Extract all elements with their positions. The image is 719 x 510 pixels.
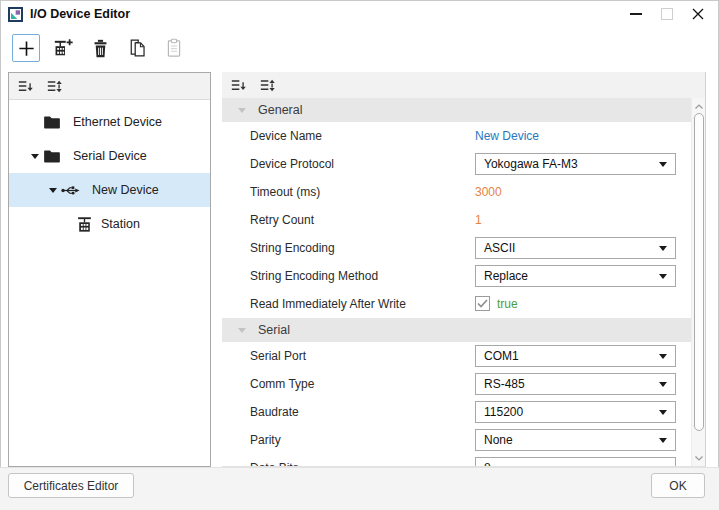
collapse-all-button[interactable] xyxy=(16,77,35,96)
row-retry-count: Retry Count 1 xyxy=(222,206,691,234)
section-collapse-icon xyxy=(238,108,246,113)
tree-panel-toolbar xyxy=(9,73,210,100)
add-device-button[interactable] xyxy=(12,34,40,62)
expand-all-button[interactable] xyxy=(258,76,277,95)
string-encoding-dropdown[interactable]: ASCII xyxy=(475,237,676,259)
chevron-down-icon xyxy=(659,466,667,467)
row-data-bits-clipped: Data Bits 8 xyxy=(222,454,691,466)
close-button[interactable] xyxy=(682,0,713,28)
tree-item-ethernet-device[interactable]: Ethernet Device xyxy=(9,105,210,139)
io-device-editor-window: I/O Device Editor xyxy=(0,0,719,510)
certificates-editor-button[interactable]: Certificates Editor xyxy=(8,473,134,498)
vertical-scrollbar[interactable] xyxy=(691,98,705,466)
property-label: Timeout (ms) xyxy=(250,178,320,206)
tree-item-label: Ethernet Device xyxy=(73,115,162,129)
copy-button[interactable] xyxy=(123,34,151,62)
usb-device-icon xyxy=(61,184,80,197)
tree-item-station[interactable]: Station xyxy=(9,207,210,241)
row-device-name: Device Name New Device xyxy=(222,122,691,150)
main-toolbar xyxy=(0,28,719,68)
chevron-down-icon xyxy=(659,410,667,415)
collapse-all-icon xyxy=(17,79,34,94)
paste-button xyxy=(160,34,188,62)
row-string-encoding: String Encoding ASCII xyxy=(222,234,691,262)
property-label: Retry Count xyxy=(250,206,314,234)
scrollbar-thumb[interactable] xyxy=(694,113,704,431)
parity-dropdown[interactable]: None xyxy=(475,429,676,451)
chevron-down-icon xyxy=(659,382,667,387)
property-label: Device Protocol xyxy=(250,150,334,178)
data-bits-dropdown[interactable]: 8 xyxy=(475,457,676,466)
row-read-after-write: Read Immediately After Write true xyxy=(222,290,691,318)
property-label: String Encoding Method xyxy=(250,262,378,290)
row-serial-port: Serial Port COM1 xyxy=(222,342,691,370)
row-baudrate: Baudrate 115200 xyxy=(222,398,691,426)
close-icon xyxy=(692,8,704,20)
window-title: I/O Device Editor xyxy=(30,7,130,21)
footer-bar: Certificates Editor OK xyxy=(0,467,719,510)
row-comm-type: Comm Type RS-485 xyxy=(222,370,691,398)
scroll-down-icon[interactable] xyxy=(692,452,705,464)
string-encoding-method-dropdown[interactable]: Replace xyxy=(475,265,676,287)
property-label: Data Bits xyxy=(250,454,299,466)
tree-item-label: New Device xyxy=(92,183,159,197)
row-device-protocol: Device Protocol Yokogawa FA-M3 xyxy=(222,150,691,178)
ok-button[interactable]: OK xyxy=(651,473,705,498)
tree-item-label: Station xyxy=(101,217,140,231)
section-general[interactable]: General xyxy=(222,98,691,122)
read-after-write-value: true xyxy=(497,290,518,318)
expand-all-icon xyxy=(46,79,63,94)
expander-arrow-icon[interactable] xyxy=(31,154,43,159)
folder-icon xyxy=(43,115,61,129)
collapse-all-button[interactable] xyxy=(229,76,248,95)
chevron-down-icon xyxy=(659,246,667,251)
window-controls xyxy=(620,0,713,28)
property-label: Comm Type xyxy=(250,370,314,398)
app-logo-icon xyxy=(8,7,23,22)
plus-icon xyxy=(17,39,36,58)
tree-item-new-device[interactable]: New Device xyxy=(9,173,210,207)
expander-arrow-icon[interactable] xyxy=(49,188,61,193)
collapse-all-icon xyxy=(230,78,247,93)
chevron-down-icon xyxy=(659,274,667,279)
baudrate-dropdown[interactable]: 115200 xyxy=(475,401,676,423)
property-grid: General Device Name New Device Device Pr… xyxy=(222,98,691,466)
expand-all-button[interactable] xyxy=(45,77,64,96)
property-label: String Encoding xyxy=(250,234,335,262)
maximize-button xyxy=(651,0,682,28)
read-after-write-checkbox[interactable] xyxy=(475,296,490,311)
section-serial[interactable]: Serial xyxy=(222,318,691,342)
row-parity: Parity None xyxy=(222,426,691,454)
device-name-value[interactable]: New Device xyxy=(475,122,539,150)
row-string-encoding-method: String Encoding Method Replace xyxy=(222,262,691,290)
add-station-button[interactable] xyxy=(49,34,77,62)
trash-icon xyxy=(92,39,109,58)
property-label: Device Name xyxy=(250,122,322,150)
row-timeout: Timeout (ms) 3000 xyxy=(222,178,691,206)
comm-type-dropdown[interactable]: RS-485 xyxy=(475,373,676,395)
paste-clipboard-icon xyxy=(166,38,182,58)
property-label: Read Immediately After Write xyxy=(250,290,406,318)
minimize-button[interactable] xyxy=(620,0,651,28)
add-station-icon xyxy=(53,38,73,58)
device-tree: Ethernet Device Serial Device xyxy=(9,100,210,241)
delete-button[interactable] xyxy=(86,34,114,62)
device-tree-panel: Ethernet Device Serial Device xyxy=(8,72,211,467)
property-label: Parity xyxy=(250,426,281,454)
chevron-down-icon xyxy=(659,438,667,443)
retry-count-value[interactable]: 1 xyxy=(475,206,482,234)
copy-icon xyxy=(128,38,146,58)
folder-icon xyxy=(43,149,61,163)
properties-panel: General Device Name New Device Device Pr… xyxy=(222,72,706,467)
device-protocol-dropdown[interactable]: Yokogawa FA-M3 xyxy=(475,153,676,175)
chevron-down-icon xyxy=(659,354,667,359)
timeout-value[interactable]: 3000 xyxy=(475,178,502,206)
section-collapse-icon xyxy=(238,328,246,333)
serial-port-dropdown[interactable]: COM1 xyxy=(475,345,676,367)
tree-item-serial-device[interactable]: Serial Device xyxy=(9,139,210,173)
maximize-icon xyxy=(661,8,673,20)
property-label: Baudrate xyxy=(250,398,299,426)
chevron-down-icon xyxy=(659,162,667,167)
scroll-up-icon[interactable] xyxy=(692,100,705,112)
expand-all-icon xyxy=(259,78,276,93)
